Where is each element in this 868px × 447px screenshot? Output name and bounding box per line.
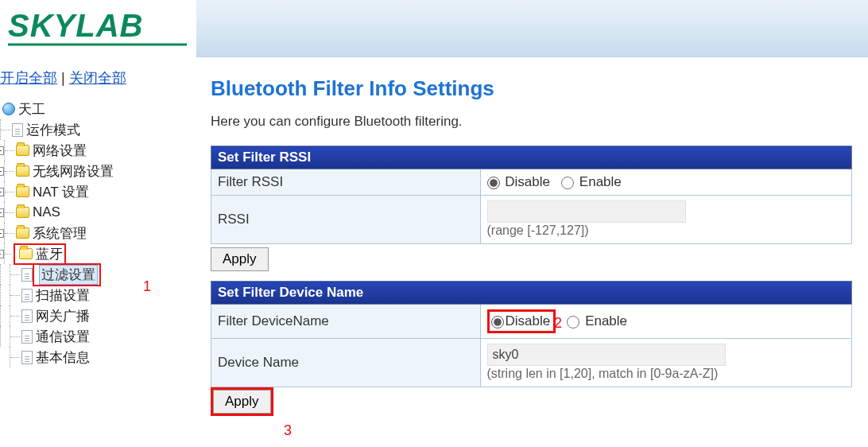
nav-op-mode[interactable]: 运作模式 bbox=[0, 119, 196, 140]
nav-wlan-settings[interactable]: + 无线网路设置 bbox=[0, 161, 196, 181]
devname-hint: (string len in [1,20], match in [0-9a-zA… bbox=[487, 367, 719, 380]
nav-scan-settings[interactable]: 扫描设置 bbox=[0, 285, 196, 305]
label-rssi: RSSI bbox=[211, 196, 481, 244]
nav-filter-settings[interactable]: 过滤设置 bbox=[0, 264, 196, 285]
separator: | bbox=[57, 70, 69, 86]
annotation-2: 2 bbox=[554, 315, 562, 332]
nav-bluetooth[interactable]: − 蓝牙 bbox=[0, 243, 196, 264]
page-icon bbox=[21, 289, 33, 302]
devname-table: Set Filter Device Name Filter DeviceName… bbox=[211, 281, 852, 387]
nav-net-settings[interactable]: + 网络设置 bbox=[0, 140, 196, 161]
nav-sys-mgmt[interactable]: + 系统管理 bbox=[0, 223, 196, 243]
radio-rssi-disable[interactable]: Disable bbox=[487, 174, 550, 189]
page-icon bbox=[21, 351, 33, 364]
nav-nas[interactable]: + NAS bbox=[0, 202, 196, 223]
page-title: Bluetooth Filter Info Settings bbox=[211, 76, 852, 101]
folder-icon bbox=[16, 186, 29, 197]
annotation-3: 3 bbox=[284, 422, 292, 439]
page-icon bbox=[12, 123, 23, 137]
label-filter-devname: Filter DeviceName bbox=[211, 305, 481, 339]
svg-text:SKYLAB: SKYLAB bbox=[8, 8, 143, 43]
header: SKYLAB bbox=[0, 0, 868, 57]
rssi-input[interactable] bbox=[487, 200, 686, 223]
rssi-table: Set Filter RSSI Filter RSSI Disable Enab… bbox=[211, 146, 852, 244]
section-devname-header: Set Filter Device Name bbox=[211, 282, 852, 305]
banner bbox=[196, 0, 868, 57]
page-icon bbox=[21, 268, 33, 282]
radio-devname-enable[interactable]: Enable bbox=[567, 313, 627, 328]
page-icon bbox=[21, 330, 33, 344]
nav-nat-settings[interactable]: + NAT 设置 bbox=[0, 181, 196, 202]
open-all-link[interactable]: 开启全部 bbox=[0, 70, 57, 86]
folder-icon bbox=[16, 207, 29, 218]
radio-devname-disable[interactable]: Disable bbox=[491, 313, 551, 328]
annotation-1: 1 bbox=[143, 278, 151, 295]
folder-icon bbox=[16, 227, 29, 239]
nav-tree: 天工 运作模式 + 网络设置 + 无线网路设置 + bbox=[0, 99, 196, 367]
label-filter-rssi: Filter RSSI bbox=[211, 169, 481, 196]
content: Bluetooth Filter Info Settings Here you … bbox=[196, 57, 868, 447]
nav-gw-broadcast[interactable]: 网关广播 bbox=[0, 305, 196, 326]
nav-comm-settings[interactable]: 通信设置 bbox=[0, 326, 196, 347]
folder-open-icon bbox=[19, 248, 33, 259]
devname-input[interactable] bbox=[487, 344, 726, 366]
folder-icon bbox=[16, 165, 29, 177]
folder-icon bbox=[16, 145, 29, 156]
page-intro: Here you can configure Bluetooth filteri… bbox=[211, 114, 852, 130]
label-devname: Device Name bbox=[211, 339, 481, 387]
apply-rssi-button[interactable]: Apply bbox=[211, 247, 269, 271]
sidebar-top-links: 开启全部 | 关闭全部 bbox=[0, 68, 196, 99]
page-icon bbox=[21, 309, 33, 323]
radio-rssi-enable[interactable]: Enable bbox=[561, 174, 622, 189]
sidebar: 开启全部 | 关闭全部 天工 运作模式 + 网络设置 + bbox=[0, 57, 196, 447]
globe-icon bbox=[2, 103, 15, 115]
logo: SKYLAB bbox=[0, 0, 196, 57]
nav-root[interactable]: 天工 bbox=[0, 99, 196, 119]
apply-devname-button[interactable]: Apply bbox=[213, 390, 271, 414]
section-rssi-header: Set Filter RSSI bbox=[211, 146, 852, 169]
close-all-link[interactable]: 关闭全部 bbox=[69, 70, 126, 86]
rssi-hint: (range [-127,127]) bbox=[487, 224, 589, 237]
nav-basic-info[interactable]: 基本信息 bbox=[0, 347, 196, 367]
